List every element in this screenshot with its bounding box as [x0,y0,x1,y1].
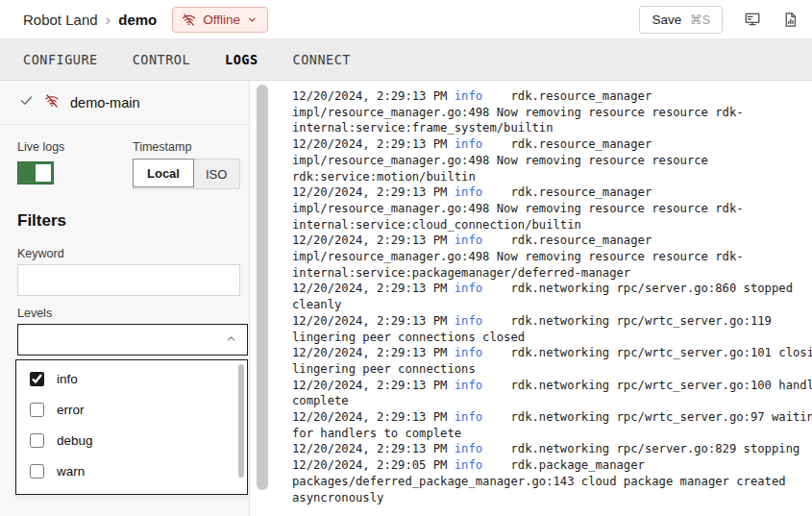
level-checkbox-debug[interactable] [30,433,44,448]
level-option-info[interactable]: info [16,363,247,394]
breadcrumb-machine[interactable]: demo [118,12,157,28]
timestamp-segmented-control: Local ISO [133,159,240,189]
log-entry: 12/20/2024, 2:29:13 PM info rdk.networki… [292,409,812,441]
log-entry: 12/20/2024, 2:29:13 PM info rdk.networki… [292,313,812,345]
part-selector-demo-main[interactable]: demo-main [0,81,250,125]
dropdown-scrollbar-thumb[interactable] [238,364,244,478]
log-timestamp: 12/20/2024, 2:29:13 PM [292,89,455,103]
log-level[interactable]: info [455,458,482,472]
toggle-knob [36,164,51,182]
log-timestamp: 12/20/2024, 2:29:13 PM [292,442,455,455]
level-option-label: warn [57,464,85,479]
wifi-off-icon [44,93,60,112]
breadcrumb: Robot Land › demo [23,12,157,28]
chevron-up-icon [225,332,237,349]
keyword-input[interactable] [17,264,240,296]
level-option-warn[interactable]: warn [16,455,247,486]
part-name: demo-main [70,95,140,111]
tab-bar: CONFIGURECONTROLLOGSCONNECT [0,38,812,81]
tab-connect[interactable]: CONNECT [293,52,351,67]
log-timestamp: 12/20/2024, 2:29:13 PM [292,233,455,247]
log-entry: 12/20/2024, 2:29:13 PM info rdk.resource… [292,88,812,136]
log-level[interactable]: info [455,233,482,247]
level-option-debug[interactable]: debug [16,425,247,455]
log-entry: 12/20/2024, 2:29:13 PM info rdk.resource… [292,136,812,184]
timestamp-option-iso[interactable]: ISO [193,160,239,188]
live-logs-toggle[interactable] [17,161,54,184]
log-level[interactable]: info [455,346,482,359]
log-timestamp: 12/20/2024, 2:29:13 PM [292,379,455,392]
chevron-down-icon [247,14,258,25]
tab-configure[interactable]: CONFIGURE [23,52,98,67]
log-scrollbar-thumb[interactable] [257,85,268,490]
log-panel: 12/20/2024, 2:29:13 PM info rdk.resource… [271,81,812,516]
logs-sidebar: demo-main Live logs Timestamp Local ISO … [0,81,250,516]
log-entry: 12/20/2024, 2:29:05 PM info rdk.package_… [292,457,812,505]
tab-logs[interactable]: LOGS [225,52,258,67]
log-entry: 12/20/2024, 2:29:13 PM info rdk.networki… [292,378,812,409]
log-entry: 12/20/2024, 2:29:13 PM info rdk.resource… [292,233,812,281]
log-level[interactable]: info [455,410,482,424]
log-level[interactable]: info [455,89,482,103]
level-checkbox-info[interactable] [30,372,44,386]
log-timestamp: 12/20/2024, 2:29:13 PM [292,410,455,424]
levels-dropdown: infoerrordebugwarn [15,359,248,495]
level-option-label: debug [57,433,93,448]
live-logs-label: Live logs [17,140,64,154]
wifi-off-icon [182,12,196,27]
level-option-label: error [57,403,85,417]
log-entry: 12/20/2024, 2:29:13 PM info rdk.networki… [292,345,812,377]
monitor-icon[interactable] [744,11,761,28]
log-scrollbar-track[interactable] [250,81,271,516]
levels-label: Levels [17,307,52,320]
levels-select[interactable] [17,324,248,356]
log-timestamp: 12/20/2024, 2:29:13 PM [292,346,455,359]
check-icon [19,93,34,111]
keyword-label: Keyword [17,247,64,260]
log-timestamp: 12/20/2024, 2:29:13 PM [292,314,455,328]
log-message: rdk.networking rpc/server.go:829 stoppin… [482,442,800,455]
log-level[interactable]: info [455,379,482,392]
save-shortcut: ⌘S [690,12,710,27]
log-timestamp: 12/20/2024, 2:29:13 PM [292,137,455,151]
file-chart-icon[interactable] [782,12,799,28]
breadcrumb-separator: › [106,12,111,28]
log-timestamp: 12/20/2024, 2:29:05 PM [292,458,455,472]
log-level[interactable]: info [455,185,482,199]
save-button[interactable]: Save ⌘S [639,6,723,34]
log-timestamp: 12/20/2024, 2:29:13 PM [292,282,455,295]
level-option-label: info [57,372,78,386]
tab-control[interactable]: CONTROL [133,52,190,67]
filters-title: Filters [17,211,66,231]
machine-status-badge[interactable]: Offline [172,7,268,33]
log-entry: 12/20/2024, 2:29:13 PM info rdk.resource… [292,184,812,233]
log-level[interactable]: info [455,314,482,328]
level-checkbox-warn[interactable] [30,464,44,479]
log-list: 12/20/2024, 2:29:13 PM info rdk.resource… [271,81,812,505]
timestamp-label: Timestamp [133,140,191,154]
log-entry: 12/20/2024, 2:29:13 PM info rdk.networki… [292,441,812,457]
app-header: Robot Land › demo Offline Save ⌘S [0,0,812,38]
breadcrumb-org[interactable]: Robot Land [23,12,98,28]
log-timestamp: 12/20/2024, 2:29:13 PM [292,185,455,199]
status-badge-label: Offline [203,12,240,27]
log-level[interactable]: info [455,282,482,295]
save-button-label: Save [652,12,681,27]
timestamp-option-local[interactable]: Local [133,159,194,187]
level-checkbox-error[interactable] [30,403,44,417]
log-level[interactable]: info [455,442,482,455]
level-option-error[interactable]: error [16,394,247,425]
log-entry: 12/20/2024, 2:29:13 PM info rdk.networki… [292,281,812,312]
log-level[interactable]: info [455,137,482,151]
